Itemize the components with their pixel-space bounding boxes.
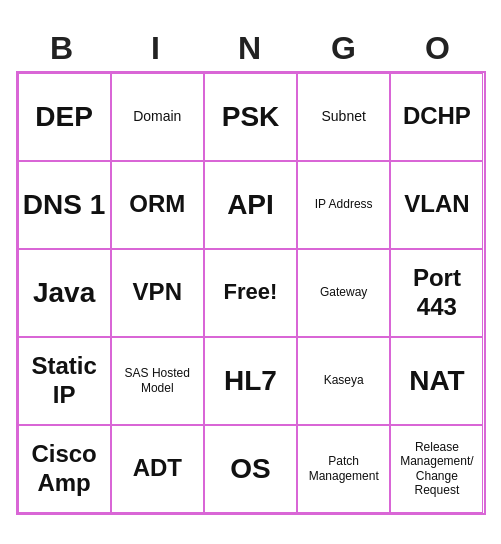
grid-cell-r0-c4: DCHP [390, 73, 483, 161]
grid-cell-r0-c2: PSK [204, 73, 297, 161]
grid-cell-r1-c2: API [204, 161, 297, 249]
grid-cell-r1-c3: IP Address [297, 161, 390, 249]
grid-cell-r3-c3: Kaseya [297, 337, 390, 425]
header-letter: O [392, 30, 486, 67]
header-letter: I [110, 30, 204, 67]
grid-cell-r2-c3: Gateway [297, 249, 390, 337]
grid-cell-r1-c4: VLAN [390, 161, 483, 249]
bingo-card: BINGO DEPDomainPSKSubnetDCHPDNS 1ORMAPII… [16, 30, 486, 515]
grid-cell-r4-c3: Patch Management [297, 425, 390, 513]
grid-cell-r1-c1: ORM [111, 161, 204, 249]
grid-cell-r4-c1: ADT [111, 425, 204, 513]
header-letter: N [204, 30, 298, 67]
bingo-grid: DEPDomainPSKSubnetDCHPDNS 1ORMAPIIP Addr… [16, 71, 486, 515]
grid-cell-r1-c0: DNS 1 [18, 161, 111, 249]
grid-cell-r4-c2: OS [204, 425, 297, 513]
grid-cell-r2-c0: Java [18, 249, 111, 337]
grid-cell-r2-c1: VPN [111, 249, 204, 337]
grid-cell-r3-c1: SAS Hosted Model [111, 337, 204, 425]
grid-cell-r3-c4: NAT [390, 337, 483, 425]
grid-cell-r3-c0: Static IP [18, 337, 111, 425]
grid-cell-r4-c0: Cisco Amp [18, 425, 111, 513]
grid-cell-r3-c2: HL7 [204, 337, 297, 425]
grid-cell-r2-c4: Port 443 [390, 249, 483, 337]
grid-cell-r0-c0: DEP [18, 73, 111, 161]
grid-cell-r2-c2: Free! [204, 249, 297, 337]
grid-cell-r0-c3: Subnet [297, 73, 390, 161]
header-letter: B [16, 30, 110, 67]
grid-cell-r0-c1: Domain [111, 73, 204, 161]
bingo-header: BINGO [16, 30, 486, 67]
grid-cell-r4-c4: Release Management/ Change Request [390, 425, 483, 513]
header-letter: G [298, 30, 392, 67]
